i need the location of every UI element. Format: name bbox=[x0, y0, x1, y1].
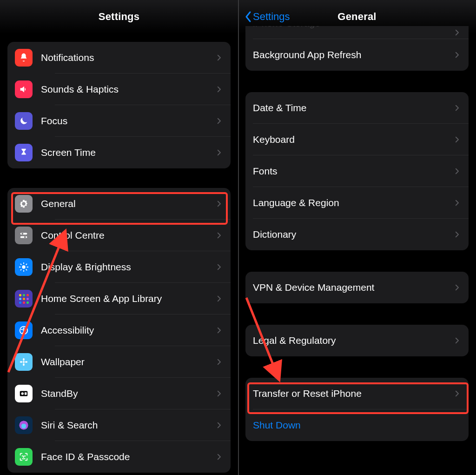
screen-divider bbox=[238, 0, 239, 475]
chevron-right-icon bbox=[215, 358, 223, 366]
chevron-right-icon bbox=[453, 167, 461, 175]
row-standby[interactable]: StandBy bbox=[7, 378, 231, 409]
row-dictionary[interactable]: Dictionary bbox=[245, 219, 469, 250]
row-general[interactable]: General bbox=[7, 188, 231, 220]
chevron-left-icon bbox=[245, 11, 252, 23]
row-date-time[interactable]: Date & Time bbox=[245, 92, 469, 124]
general-list: iPhone Storage Background App Refresh Da… bbox=[238, 26, 476, 441]
general-title: General bbox=[337, 11, 376, 23]
svg-point-10 bbox=[20, 361, 23, 363]
row-label: Face ID & Passcode bbox=[41, 451, 215, 462]
chevron-right-icon bbox=[215, 389, 223, 398]
svg-point-15 bbox=[22, 456, 23, 456]
svg-rect-14 bbox=[25, 392, 27, 395]
chevron-right-icon bbox=[215, 85, 223, 94]
row-label: Language & Region bbox=[253, 197, 453, 208]
row-label: Dictionary bbox=[253, 229, 453, 240]
row-screen-time[interactable]: Screen Time bbox=[7, 137, 231, 168]
row-notifications[interactable]: Notifications bbox=[7, 42, 231, 74]
row-accessibility[interactable]: Accessibility bbox=[7, 314, 231, 346]
row-label: Sounds & Haptics bbox=[41, 84, 215, 95]
row-label: Display & Brightness bbox=[41, 261, 215, 273]
svg-point-7 bbox=[23, 361, 25, 363]
svg-point-8 bbox=[23, 358, 25, 361]
chevron-right-icon bbox=[215, 294, 223, 303]
general-group-reset: Transfer or Reset iPhone Shut Down bbox=[245, 378, 469, 441]
siri-icon bbox=[15, 416, 33, 434]
general-group-vpn: VPN & Device Management bbox=[245, 272, 469, 303]
svg-point-9 bbox=[23, 363, 25, 366]
chevron-right-icon bbox=[453, 230, 461, 239]
chevron-right-icon bbox=[453, 199, 461, 207]
row-label: StandBy bbox=[41, 388, 215, 399]
moon-icon bbox=[15, 112, 33, 130]
row-bg-app-refresh[interactable]: Background App Refresh bbox=[245, 39, 469, 71]
chevron-right-icon bbox=[215, 326, 223, 335]
bell-icon bbox=[15, 49, 33, 67]
row-label: Keyboard bbox=[253, 134, 453, 145]
row-keyboard[interactable]: Keyboard bbox=[245, 124, 469, 155]
chevron-right-icon bbox=[453, 389, 461, 398]
svg-rect-1 bbox=[20, 236, 27, 238]
row-focus[interactable]: Focus bbox=[7, 105, 231, 137]
general-group-legal: Legal & Regulatory bbox=[245, 325, 469, 356]
chevron-right-icon bbox=[453, 104, 461, 112]
row-home-screen[interactable]: Home Screen & App Library bbox=[7, 283, 231, 314]
svg-rect-0 bbox=[20, 233, 27, 235]
settings-list: Notifications Sounds & Haptics bbox=[0, 42, 238, 473]
flower-icon bbox=[15, 353, 33, 371]
row-iphone-storage[interactable]: iPhone Storage bbox=[245, 26, 469, 39]
chevron-right-icon bbox=[453, 51, 461, 59]
row-transfer-reset[interactable]: Transfer or Reset iPhone bbox=[245, 378, 469, 409]
speaker-icon bbox=[15, 80, 33, 98]
row-wallpaper[interactable]: Wallpaper bbox=[7, 346, 231, 378]
row-label: Focus bbox=[41, 115, 215, 127]
sun-icon bbox=[15, 258, 33, 276]
row-fonts[interactable]: Fonts bbox=[245, 155, 469, 187]
svg-point-16 bbox=[25, 456, 25, 456]
grid-icon bbox=[15, 290, 33, 308]
row-label: Home Screen & App Library bbox=[41, 293, 215, 304]
row-language-region[interactable]: Language & Region bbox=[245, 187, 469, 219]
row-label: Siri & Search bbox=[41, 420, 215, 431]
row-shut-down[interactable]: Shut Down bbox=[245, 409, 469, 441]
row-faceid-passcode[interactable]: Face ID & Passcode bbox=[7, 441, 231, 473]
row-label: Legal & Regulatory bbox=[253, 335, 453, 346]
back-label: Settings bbox=[253, 11, 290, 23]
settings-title: Settings bbox=[99, 11, 139, 23]
svg-point-3 bbox=[24, 236, 26, 238]
chevron-right-icon bbox=[453, 283, 461, 292]
chevron-right-icon bbox=[215, 200, 223, 208]
row-label: VPN & Device Management bbox=[253, 282, 453, 293]
row-siri-search[interactable]: Siri & Search bbox=[7, 409, 231, 441]
chevron-right-icon bbox=[453, 28, 461, 37]
standby-icon bbox=[15, 385, 33, 402]
row-label: Notifications bbox=[41, 52, 215, 63]
row-vpn-device-mgmt[interactable]: VPN & Device Management bbox=[245, 272, 469, 303]
row-control-centre[interactable]: Control Centre bbox=[7, 220, 231, 251]
svg-point-2 bbox=[21, 233, 23, 235]
row-legal-regulatory[interactable]: Legal & Regulatory bbox=[245, 325, 469, 356]
gear-icon bbox=[15, 195, 33, 213]
row-label: Shut Down bbox=[253, 420, 461, 431]
row-display-brightness[interactable]: Display & Brightness bbox=[7, 251, 231, 283]
chevron-right-icon bbox=[215, 117, 223, 125]
row-label: iPhone Storage bbox=[253, 26, 453, 29]
chevron-right-icon bbox=[215, 231, 223, 240]
faceid-icon bbox=[15, 448, 33, 466]
row-label: Transfer or Reset iPhone bbox=[253, 388, 453, 399]
hourglass-icon bbox=[15, 144, 33, 161]
settings-screen: Settings Notifications Sounds & Hap bbox=[0, 0, 238, 475]
general-group-locale: Date & Time Keyboard Fonts Language & Re… bbox=[245, 92, 469, 250]
row-label: Wallpaper bbox=[41, 356, 215, 368]
sliders-icon bbox=[15, 227, 33, 244]
row-label: Fonts bbox=[253, 166, 453, 177]
svg-point-4 bbox=[22, 265, 25, 268]
chevron-right-icon bbox=[215, 54, 223, 62]
row-sounds-haptics[interactable]: Sounds & Haptics bbox=[7, 74, 231, 105]
chevron-right-icon bbox=[215, 421, 223, 429]
row-label: General bbox=[41, 198, 215, 209]
settings-group-attention: Notifications Sounds & Haptics bbox=[7, 42, 231, 168]
settings-group-main: General Control Centre Display bbox=[7, 188, 231, 473]
chevron-right-icon bbox=[215, 148, 223, 157]
